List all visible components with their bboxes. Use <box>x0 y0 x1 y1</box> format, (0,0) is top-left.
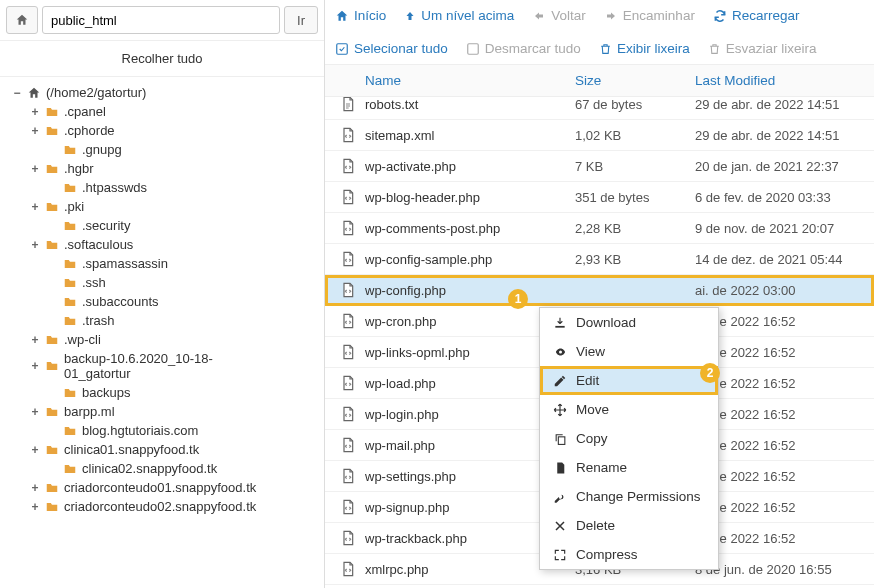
file-row[interactable]: wp-comments-post.php2,28 KB9 de nov. de … <box>325 213 874 244</box>
file-modified: ai. de 2022 16:52 <box>695 314 874 329</box>
file-name: wp-activate.php <box>361 159 575 174</box>
context-menu-download[interactable]: Download <box>540 308 718 337</box>
context-menu-delete[interactable]: Delete <box>540 511 718 540</box>
tree-toggle-icon[interactable]: + <box>28 333 42 347</box>
tree-toggle-icon[interactable]: + <box>28 405 42 419</box>
file-row[interactable]: wp-config.phpai. de 2022 03:00 <box>325 275 874 306</box>
folder-icon <box>62 181 78 195</box>
show-trash-button[interactable]: Exibir lixeira <box>599 41 690 56</box>
file-row[interactable]: robots.txt67 de bytes29 de abr. de 2022 … <box>325 97 874 120</box>
tree-item[interactable]: .spamassassin <box>4 254 320 273</box>
tree-toggle-icon[interactable]: + <box>28 162 42 176</box>
tree-item[interactable]: .gnupg <box>4 140 320 159</box>
folder-icon <box>62 424 78 438</box>
tree-item[interactable]: +criadorconteudo02.snappyfood.tk <box>4 497 320 516</box>
forward-label: Encaminhar <box>623 8 695 23</box>
context-menu-label: Change Permissions <box>576 489 701 504</box>
up-level-button[interactable]: Um nível acima <box>404 8 514 23</box>
context-menu-change-permissions[interactable]: Change Permissions <box>540 482 718 511</box>
folder-icon <box>62 257 78 271</box>
tree-toggle-icon[interactable]: + <box>28 443 42 457</box>
tree-item[interactable]: +.hgbr <box>4 159 320 178</box>
arrow-left-icon <box>532 10 546 22</box>
file-modified: ai. de 2022 16:52 <box>695 531 874 546</box>
context-menu-rename[interactable]: Rename <box>540 453 718 482</box>
tree-item[interactable]: .subaccounts <box>4 292 320 311</box>
tree-item[interactable]: backups <box>4 383 320 402</box>
tree-item[interactable]: +barpp.ml <box>4 402 320 421</box>
tree-item[interactable]: blog.hgtutoriais.com <box>4 421 320 440</box>
tree-item[interactable]: +criadorconteudo01.snappyfood.tk <box>4 478 320 497</box>
tree-item[interactable]: .htpasswds <box>4 178 320 197</box>
reload-button[interactable]: Recarregar <box>713 8 800 23</box>
file-code-icon <box>335 157 361 175</box>
context-menu-label: Copy <box>576 431 608 446</box>
check-square-icon <box>335 42 349 56</box>
home-button[interactable]: Início <box>335 8 386 23</box>
file-row[interactable]: sitemap.xml1,02 KB29 de abr. de 2022 14:… <box>325 120 874 151</box>
tree-item-label: .subaccounts <box>82 294 159 309</box>
context-menu-label: Delete <box>576 518 615 533</box>
file-code-icon <box>335 188 361 206</box>
tree-item[interactable]: +.pki <box>4 197 320 216</box>
tree-item[interactable]: +.softaculous <box>4 235 320 254</box>
tree-toggle-icon[interactable]: + <box>28 124 42 138</box>
tree-toggle-icon[interactable]: + <box>28 500 42 514</box>
home-icon <box>15 13 29 27</box>
tree-toggle-icon[interactable]: + <box>28 359 42 373</box>
context-menu-move[interactable]: Move <box>540 395 718 424</box>
file-size: 351 de bytes <box>575 190 695 205</box>
tree-item[interactable]: .trash <box>4 311 320 330</box>
file-modified: 29 de abr. de 2022 14:51 <box>695 128 874 143</box>
tree-toggle-icon[interactable]: + <box>28 481 42 495</box>
home-icon <box>26 86 42 100</box>
file-code-icon <box>335 219 361 237</box>
file-modified: 29 de abr. de 2022 14:51 <box>695 97 874 112</box>
file-row[interactable]: wp-activate.php7 KB20 de jan. de 2021 22… <box>325 151 874 182</box>
deselect-all-label: Desmarcar tudo <box>485 41 581 56</box>
tree-toggle-icon[interactable]: + <box>28 200 42 214</box>
tree-toggle-icon[interactable]: − <box>10 86 24 100</box>
tree-item-label: backup-10.6.2020_10-18-01_gatortur <box>64 351 264 381</box>
tree-item-label: .gnupg <box>82 142 122 157</box>
context-menu-copy[interactable]: Copy <box>540 424 718 453</box>
context-menu-compress[interactable]: Compress <box>540 540 718 569</box>
column-name[interactable]: Name <box>365 73 575 88</box>
select-all-button[interactable]: Selecionar tudo <box>335 41 448 56</box>
folder-icon <box>62 219 78 233</box>
download-icon <box>552 316 568 330</box>
eye-icon <box>552 346 568 358</box>
tree-item-label: criadorconteudo01.snappyfood.tk <box>64 480 256 495</box>
tree-toggle-icon[interactable]: + <box>28 105 42 119</box>
tree-item[interactable]: +.wp-cli <box>4 330 320 349</box>
trash-icon <box>599 42 612 56</box>
collapse-all-button[interactable]: Recolher tudo <box>0 41 324 77</box>
path-input[interactable] <box>42 6 280 34</box>
tree-item[interactable]: +clinica01.snappyfood.tk <box>4 440 320 459</box>
tree-item[interactable]: .ssh <box>4 273 320 292</box>
home-path-button[interactable] <box>6 6 38 34</box>
context-menu-label: Move <box>576 402 609 417</box>
file-row[interactable]: wp-blog-header.php351 de bytes6 de fev. … <box>325 182 874 213</box>
column-modified[interactable]: Last Modified <box>695 73 864 88</box>
tree-item[interactable]: clinica02.snappyfood.tk <box>4 459 320 478</box>
tree-item[interactable]: .security <box>4 216 320 235</box>
go-button[interactable]: Ir <box>284 6 318 34</box>
tree-item[interactable]: −(/home2/gatortur) <box>4 83 320 102</box>
folder-icon <box>44 105 60 119</box>
folder-icon <box>44 238 60 252</box>
folder-icon <box>44 481 60 495</box>
file-modified: ai. de 2022 16:52 <box>695 438 874 453</box>
tree-item[interactable]: +.cpanel <box>4 102 320 121</box>
file-row[interactable]: wp-config-sample.php2,93 KB14 de dez. de… <box>325 244 874 275</box>
column-size[interactable]: Size <box>575 73 695 88</box>
context-menu-edit[interactable]: Edit <box>540 366 718 395</box>
tree-item[interactable]: +.cphorde <box>4 121 320 140</box>
tree-item-label: criadorconteudo02.snappyfood.tk <box>64 499 256 514</box>
tree-item-label: .softaculous <box>64 237 133 252</box>
file-size: 2,93 KB <box>575 252 695 267</box>
tree-item[interactable]: +backup-10.6.2020_10-18-01_gatortur <box>4 349 320 383</box>
file-code-icon <box>335 529 361 547</box>
tree-toggle-icon[interactable]: + <box>28 238 42 252</box>
context-menu-view[interactable]: View <box>540 337 718 366</box>
